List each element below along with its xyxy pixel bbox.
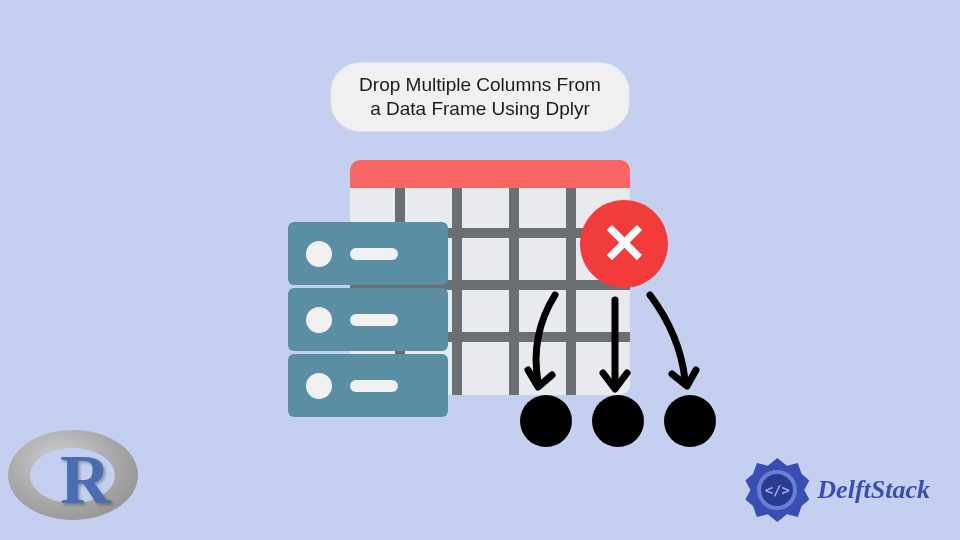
delete-circle: ✕ xyxy=(580,200,668,288)
arrow-icon xyxy=(590,295,640,400)
title-pill: Drop Multiple Columns From a Data Frame … xyxy=(330,62,630,132)
server-dot-icon xyxy=(306,241,332,267)
delftstack-icon: </> xyxy=(745,458,809,522)
server-row xyxy=(288,222,448,285)
server-stack xyxy=(288,222,448,417)
title-line-2: a Data Frame Using Dplyr xyxy=(370,98,590,119)
delftstack-code-icon: </> xyxy=(765,482,790,498)
table-header-bar xyxy=(350,160,630,188)
r-logo-letter: R xyxy=(60,440,111,520)
grid-vertical-line xyxy=(452,188,462,395)
output-dot xyxy=(592,395,644,447)
output-dot xyxy=(520,395,572,447)
server-line-icon xyxy=(350,314,398,326)
server-line-icon xyxy=(350,380,398,392)
server-dot-icon xyxy=(306,307,332,333)
delete-x-icon: ✕ xyxy=(601,216,648,272)
delftstack-text: DelftStack xyxy=(817,475,930,505)
server-line-icon xyxy=(350,248,398,260)
server-dot-icon xyxy=(306,373,332,399)
server-row xyxy=(288,288,448,351)
arrow-icon xyxy=(510,290,570,400)
delftstack-logo: </> DelftStack xyxy=(745,458,930,522)
r-logo: R xyxy=(8,430,138,530)
output-dot xyxy=(664,395,716,447)
title-line-1: Drop Multiple Columns From xyxy=(359,74,601,95)
main-illustration: ✕ xyxy=(240,140,720,480)
server-row xyxy=(288,354,448,417)
arrow-icon xyxy=(640,290,710,400)
